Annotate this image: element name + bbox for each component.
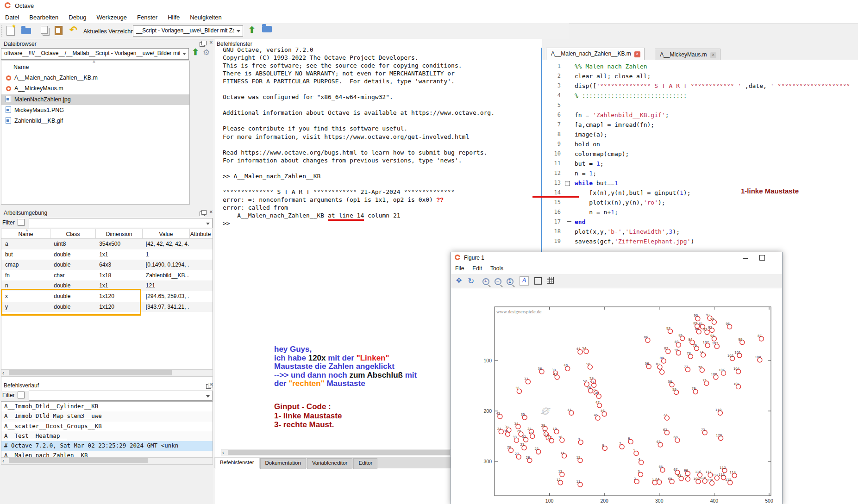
paste-icon[interactable] — [55, 26, 63, 35]
data-point-label: 27 — [515, 452, 519, 456]
workspace-row[interactable]: fnchar1x18Zahlenbild__KB.... — [1, 270, 213, 281]
data-point-label: 36 — [515, 386, 520, 390]
scroll-left-icon[interactable]: ‹ — [2, 458, 4, 464]
text-token: Maustaste die Zahlen angeklickt — [274, 362, 395, 371]
data-point-label: 25 — [527, 427, 532, 431]
gear-icon[interactable]: ⚙ — [203, 48, 210, 57]
dock-tab-dokumentation[interactable]: Dokumentation — [260, 458, 306, 469]
open-icon[interactable] — [21, 26, 32, 36]
filebrowser-up-icon[interactable]: ⬆ — [192, 47, 199, 57]
workspace-row[interactable]: auint8354x500[42, 42, 42, 42, 4... — [1, 239, 213, 249]
figure-titlebar[interactable]: Figure 1 — [451, 252, 782, 264]
fold-collapse-icon[interactable]: − — [565, 181, 570, 186]
dock-tab-befehlsfenster[interactable]: Befehlsfenster — [215, 458, 259, 469]
close-icon[interactable]: × — [209, 40, 213, 45]
filebrowser-path-combo[interactable]: oftware__!!!/__Octave__/__Matlab__Script… — [1, 48, 189, 60]
browse-directory-icon[interactable] — [262, 24, 272, 31]
undock-icon[interactable] — [200, 42, 205, 47]
filter-checkbox[interactable] — [18, 392, 25, 398]
undock-icon[interactable] — [200, 212, 205, 216]
collapse-caret-icon[interactable]: ˄ — [93, 59, 95, 64]
text-token: For more information, visit https://www.… — [223, 133, 469, 140]
column-header-dimension[interactable]: Dimension — [96, 229, 143, 238]
editor-line: 8image(a); — [542, 130, 857, 139]
figure-menu-tools[interactable]: Tools — [486, 263, 507, 274]
close-icon[interactable]: × — [209, 382, 213, 387]
history-entry[interactable]: A__Immob_Dtld__Cylinder__KB — [1, 402, 213, 411]
figure-menu-file[interactable]: File — [451, 263, 468, 274]
menu-item-fenster[interactable]: Fenster — [132, 12, 163, 23]
history-entry[interactable]: A__scatter__Bcost_Groups__KB — [1, 422, 213, 431]
dock-tab-variableneditor[interactable]: Variableneditor — [307, 458, 353, 469]
figure-menu-edit[interactable]: Edit — [468, 263, 486, 274]
text-label-icon[interactable]: A — [520, 276, 529, 286]
close-icon[interactable]: × — [634, 51, 640, 57]
close-icon[interactable]: × — [710, 52, 716, 58]
toolbar-drag-handle[interactable] — [1, 25, 4, 37]
line-number: 18 — [542, 227, 561, 235]
menu-item-neuigkeiten[interactable]: Neuigkeiten — [185, 12, 227, 23]
history-entry[interactable]: # Octave 7.2.0, Sat Mar 02 23:25:29 2024… — [1, 441, 213, 451]
history-hscrollbar[interactable]: ‹ — [1, 457, 213, 465]
menu-item-bearbeiten[interactable]: Bearbeiten — [24, 12, 63, 23]
zoom-in-icon[interactable]: + — [481, 276, 491, 286]
rotate-icon[interactable]: ↻ — [466, 276, 476, 286]
up-directory-icon[interactable]: ⬆ — [248, 25, 256, 35]
history-entry[interactable]: A__Malen_nach_Zahlen__KB — [1, 451, 213, 458]
scrollbar-thumb[interactable] — [9, 458, 148, 463]
annotation-line: der "rechten" Maustaste — [274, 380, 417, 388]
column-header-value[interactable]: Value — [143, 229, 190, 238]
file-row[interactable]: MickeyMaus1.PNG — [1, 105, 189, 116]
cell — [189, 291, 213, 302]
file-row[interactable]: Zahlenbild__KB.gif — [1, 116, 189, 126]
workspace-row[interactable]: cmapdouble64x3[0.1490, 0.1294, ... — [1, 260, 213, 270]
workspace-table-header[interactable]: Name˄ClassDimensionValueAttribute — [1, 229, 213, 239]
workspace-row[interactable]: butdouble1x11 — [1, 249, 213, 260]
menu-item-hilfe[interactable]: Hilfe — [163, 12, 185, 23]
console-output[interactable]: GNU Octave, version 7.2.0Copyright (C) 1… — [223, 46, 542, 227]
file-row[interactable]: A__Malen_nach_Zahlen__KB.m — [1, 73, 189, 84]
fold-guide-corner — [567, 221, 571, 222]
filter-checkbox[interactable] — [18, 219, 25, 226]
dock-tab-editor[interactable]: Editor — [353, 458, 377, 469]
maximize-icon[interactable] — [759, 255, 765, 261]
text-token: For information about changes from previ… — [223, 157, 462, 164]
data-point-label: 41 — [568, 408, 572, 412]
undo-icon[interactable]: ↶ — [69, 24, 81, 34]
column-header-class[interactable]: Class — [50, 229, 96, 238]
file-row[interactable]: MalenNachZahlen.jpg — [1, 94, 189, 105]
menu-item-werkzeuge[interactable]: Werkzeuge — [92, 12, 132, 23]
text-token: plot(x,y, — [575, 228, 607, 235]
scroll-left-icon[interactable]: ‹ — [222, 449, 224, 456]
close-icon[interactable]: × — [209, 210, 213, 214]
column-header-attribute[interactable]: Attribute — [190, 229, 211, 238]
workspace-hscrollbar[interactable]: ‹ — [1, 369, 213, 377]
file-row[interactable]: A__MickeyMaus.m — [1, 84, 189, 94]
editor-tab-label: A__Malen_nach_Zahlen__KB.m — [551, 50, 631, 57]
grid-icon[interactable] — [547, 276, 557, 286]
history-filter-combo[interactable] — [29, 391, 213, 401]
history-entry[interactable]: A__Immob_Dtld_Map_stem3__uwe — [1, 411, 213, 421]
minimize-icon[interactable] — [743, 258, 748, 259]
copy-icon[interactable] — [41, 26, 48, 34]
zoom-out-icon[interactable]: − — [493, 276, 503, 286]
menu-item-datei[interactable]: Datei — [0, 12, 24, 23]
scroll-left-icon[interactable]: ‹ — [2, 370, 4, 376]
figure-plot[interactable]: 100200300400500100200300www.designerspie… — [476, 302, 777, 504]
code-text: %% Malen nach Zahlen — [575, 62, 647, 70]
history-entry[interactable]: A__Test__Heatmap__ — [1, 431, 213, 441]
cell: but — [1, 249, 50, 260]
data-point-label: 15 — [576, 456, 581, 460]
axes-box-icon[interactable] — [534, 276, 545, 286]
file-list-header[interactable]: Name — [1, 64, 189, 70]
console-line: error: =: nonconformant arguments (op1 i… — [223, 196, 542, 204]
new-script-icon[interactable] — [6, 26, 15, 36]
menu-item-debug[interactable]: Debug — [63, 12, 91, 23]
zoom-reset-icon[interactable]: 1 — [505, 276, 515, 286]
workspace-filter-combo[interactable] — [29, 218, 213, 228]
scrollbar-thumb[interactable] — [9, 370, 172, 375]
cwd-combo[interactable]: __Script - Vorlagen__uwe\_Bilder mit Zah… — [133, 25, 243, 37]
scrollbar-thumb[interactable] — [228, 450, 450, 455]
column-header-name[interactable]: Name˄ — [1, 229, 50, 238]
pan-icon[interactable]: ✥ — [454, 276, 464, 286]
